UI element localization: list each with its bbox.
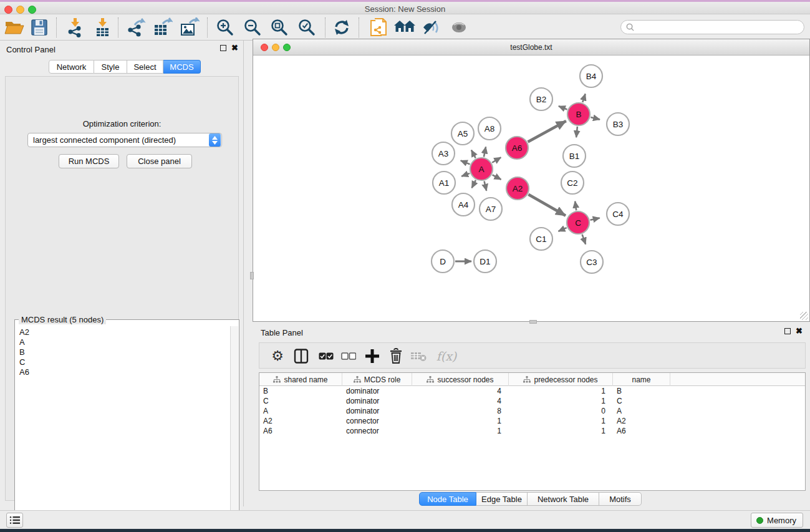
cell-predecessor-nodes[interactable]: 1: [509, 416, 613, 426]
edge-A-A6[interactable]: [492, 157, 501, 162]
graph-node-C4[interactable]: C4: [607, 203, 629, 225]
table-settings-gear-icon[interactable]: ⚙: [267, 346, 288, 367]
graph-node-A1[interactable]: A1: [433, 172, 455, 194]
table-row[interactable]: A2connector11A2: [259, 416, 805, 426]
table-header-row[interactable]: shared nameMCDS rolesuccessor nodesprede…: [259, 373, 805, 386]
graph-node-C[interactable]: C: [567, 211, 589, 234]
delete-column-icon[interactable]: [385, 346, 407, 367]
edge-A-A8[interactable]: [484, 147, 486, 157]
graph-node-C1[interactable]: C1: [530, 228, 552, 250]
cell-MCDS-role[interactable]: dominator: [342, 396, 412, 406]
memory-button[interactable]: Memory: [751, 513, 803, 528]
graph-node-D[interactable]: D: [432, 250, 454, 273]
cell-shared-name[interactable]: C: [259, 396, 342, 406]
tab-network[interactable]: Network: [49, 60, 94, 74]
close-panel-icon[interactable]: ✖: [231, 45, 238, 51]
network-document-icon[interactable]: [368, 17, 389, 38]
column-header-name[interactable]: name: [613, 373, 670, 386]
main-titlebar[interactable]: Session: New Session: [0, 2, 810, 14]
edge-A-A7[interactable]: [485, 181, 487, 190]
tab-mcds[interactable]: MCDS: [163, 60, 201, 74]
cell-name[interactable]: A: [613, 406, 670, 416]
graph-node-B2[interactable]: B2: [530, 88, 552, 110]
cell-shared-name[interactable]: A: [259, 406, 342, 416]
mcds-result-list[interactable]: A2ABCA6: [16, 326, 231, 531]
tab-network-table[interactable]: Network Table: [528, 492, 599, 506]
edge-A-A2[interactable]: [493, 175, 501, 179]
edge-A-A3[interactable]: [461, 160, 470, 164]
cell-predecessor-nodes[interactable]: 0: [509, 406, 613, 416]
graph-node-A3[interactable]: A3: [432, 142, 455, 165]
cell-shared-name[interactable]: A2: [259, 416, 342, 426]
run-mcds-button[interactable]: Run MCDS: [59, 154, 119, 168]
zoom-out-icon[interactable]: [242, 17, 263, 38]
export-table-icon[interactable]: [152, 17, 173, 38]
cell-successor-nodes[interactable]: 4: [412, 386, 509, 396]
table-row[interactable]: Adominator80A: [259, 406, 805, 416]
graph-node-B1[interactable]: B1: [563, 145, 586, 167]
refresh-icon[interactable]: [331, 17, 352, 38]
cell-shared-name[interactable]: A6: [259, 426, 342, 436]
dropdown-stepper[interactable]: [209, 133, 221, 147]
edge-C-C4[interactable]: [591, 218, 600, 220]
import-table-icon[interactable]: [92, 17, 113, 38]
hide-details-icon[interactable]: [420, 17, 441, 38]
float-table-panel-icon[interactable]: [784, 328, 791, 334]
mcds-result-item[interactable]: B: [19, 347, 231, 357]
network-graph[interactable]: B4B2BB3A8A5A6A3B1AA1C2A2A4A7C4CC1C3DD1: [254, 56, 809, 321]
edge-A-A1[interactable]: [461, 173, 470, 177]
mcds-result-item[interactable]: A6: [19, 367, 231, 377]
cell-successor-nodes[interactable]: 8: [412, 406, 509, 416]
edge-A2-C[interactable]: [528, 195, 566, 216]
tab-motifs[interactable]: Motifs: [599, 492, 642, 506]
cell-predecessor-nodes[interactable]: 1: [509, 426, 613, 436]
save-session-icon[interactable]: [29, 17, 50, 38]
cell-predecessor-nodes[interactable]: 1: [509, 396, 613, 406]
cell-name[interactable]: A6: [613, 426, 670, 436]
show-details-icon[interactable]: [448, 17, 470, 38]
unselect-all-icon[interactable]: [338, 346, 359, 367]
graph-node-C3[interactable]: C3: [581, 251, 603, 273]
task-history-button[interactable]: [6, 513, 23, 528]
zoom-fit-icon[interactable]: [269, 17, 290, 38]
edge-B-B3[interactable]: [591, 117, 600, 120]
table-body[interactable]: Bdominator41BCdominator41CAdominator80AA…: [259, 386, 805, 436]
cell-MCDS-role[interactable]: connector: [342, 416, 412, 426]
cell-MCDS-role[interactable]: dominator: [342, 386, 412, 396]
mcds-result-item[interactable]: A2: [19, 327, 231, 337]
home-overview-icon[interactable]: [394, 17, 415, 38]
column-layout-icon[interactable]: [291, 346, 312, 367]
column-header-predecessor-nodes[interactable]: predecessor nodes: [509, 373, 613, 386]
edge-C-C2[interactable]: [575, 201, 576, 210]
delete-table-icon[interactable]: [408, 346, 429, 367]
graph-node-A5[interactable]: A5: [451, 122, 474, 145]
graph-node-D1[interactable]: D1: [474, 250, 496, 273]
function-builder-icon[interactable]: f(x): [433, 346, 460, 367]
splitter-handle-left[interactable]: [250, 272, 254, 279]
cell-name[interactable]: A2: [613, 416, 670, 426]
window-resize-grip[interactable]: [800, 312, 808, 320]
edge-C-C3[interactable]: [582, 235, 586, 244]
cell-MCDS-role[interactable]: connector: [342, 426, 412, 436]
zoom-in-icon[interactable]: [215, 17, 236, 38]
edge-B-B2[interactable]: [559, 106, 567, 109]
cell-shared-name[interactable]: B: [259, 386, 342, 396]
mcds-result-scrollbar[interactable]: [230, 326, 238, 531]
network-canvas[interactable]: B4B2BB3A8A5A6A3B1AA1C2A2A4A7C4CC1C3DD1: [254, 56, 809, 321]
graph-node-A[interactable]: A: [470, 158, 493, 180]
select-all-icon[interactable]: [316, 346, 337, 367]
edge-A-A4[interactable]: [472, 180, 476, 188]
edge-C-C1[interactable]: [558, 228, 566, 231]
tab-select[interactable]: Select: [127, 60, 163, 74]
column-header-successor-nodes[interactable]: successor nodes: [412, 373, 509, 386]
float-panel-icon[interactable]: [220, 45, 226, 51]
cell-successor-nodes[interactable]: 1: [412, 416, 509, 426]
edge-B-B4[interactable]: [582, 94, 585, 102]
search-input[interactable]: [637, 23, 804, 32]
cell-name[interactable]: B: [613, 386, 670, 396]
column-header-shared-name[interactable]: shared name: [259, 373, 342, 386]
search-field[interactable]: [620, 20, 804, 34]
cell-successor-nodes[interactable]: 1: [412, 426, 509, 436]
tab-node-table[interactable]: Node Table: [419, 492, 476, 506]
close-table-panel-icon[interactable]: ✖: [796, 328, 803, 334]
